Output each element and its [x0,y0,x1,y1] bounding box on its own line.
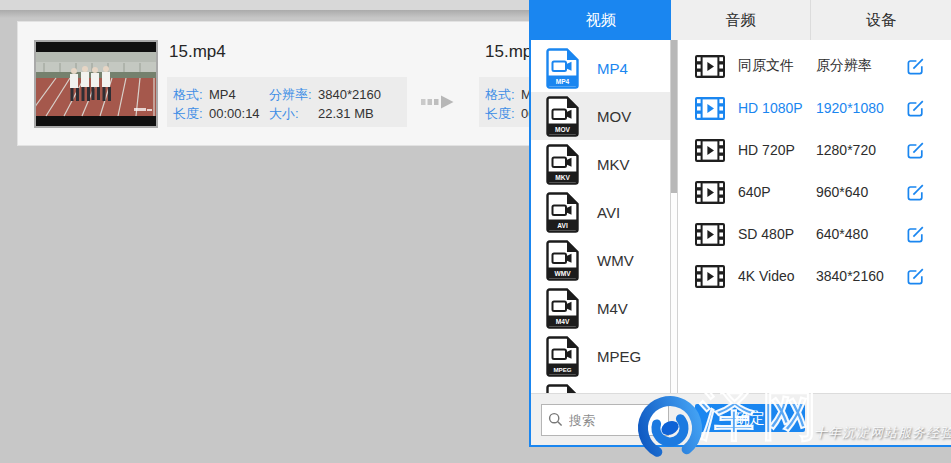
quality-row-720p[interactable]: HD 720P 1280*720 [678,129,951,171]
quality-name: 同原文件 [738,57,816,75]
edit-icon[interactable] [906,267,925,286]
quality-resolution: 3840*2160 [816,268,906,284]
quality-row-1080p[interactable]: HD 1080P 1920*1080 [678,87,951,129]
format-list-scrollbar[interactable] [670,40,678,393]
source-format-value: MP4 [209,85,269,104]
format-item-mpeg[interactable]: MPEG MPEG [531,332,670,380]
target-format-label: 格式: [485,85,521,104]
source-duration-label: 长度: [173,104,209,123]
quality-resolution: 1920*1080 [816,100,906,116]
quality-name: HD 1080P [738,100,816,116]
tab-audio[interactable]: 音频 [671,0,811,40]
quality-row-640p[interactable]: 640P 960*640 [678,171,951,213]
quality-row-original[interactable]: 同原文件 原分辨率 [678,45,951,87]
source-info-box: 格式: MP4 分辨率: 3840*2160 长度: 00:00:14 大小: … [167,77,407,127]
svg-text:MP4: MP4 [556,77,570,84]
mpeg-file-icon: MPEG [546,336,579,377]
source-resolution-label: 分辨率: [269,85,318,104]
quality-resolution: 1280*720 [816,142,906,158]
quality-name: 640P [738,184,816,200]
source-format-label: 格式: [173,85,209,104]
format-item-label: MP4 [597,60,628,77]
svg-text:MKV: MKV [555,173,570,180]
film-icon [695,265,725,288]
format-item-partial[interactable] [531,380,670,393]
format-item-label: M4V [597,300,628,317]
source-size-value: 22.31 MB [318,104,374,123]
source-duration-value: 00:00:14 [209,104,269,123]
format-item-label: MPEG [597,348,641,365]
convert-arrow-icon [421,92,455,116]
quality-row-4k[interactable]: 4K Video 3840*2160 [678,255,951,297]
format-item-avi[interactable]: AVI AVI [531,188,670,236]
thumbnail-image [36,42,156,126]
svg-text:M4V: M4V [556,317,570,324]
mov-file-icon: MOV [546,96,579,137]
mp4-file-icon: MP4 [546,48,579,89]
avi-file-icon: AVI [546,192,579,233]
wmv-file-icon: WMV [546,240,579,281]
format-list: MP4 MP4 MOV MOV MKV MKV AVI AVI WMV WMV … [531,40,670,393]
target-duration-label: 长度: [485,104,521,123]
m4v-file-icon: M4V [546,288,579,329]
svg-text:WMV: WMV [554,269,571,276]
film-icon [695,55,725,78]
confirm-button[interactable]: 确定 [695,404,805,432]
quality-resolution: 960*640 [816,184,906,200]
mkv-file-icon: MKV [546,144,579,185]
partial-file-icon [546,384,579,394]
format-item-label: MOV [597,108,631,125]
tab-video[interactable]: 视频 [531,0,671,40]
svg-text:MOV: MOV [555,125,571,132]
quality-name: HD 720P [738,142,816,158]
format-item-m4v[interactable]: M4V M4V [531,284,670,332]
format-tab-bar: 视频 音频 设备 [531,0,951,40]
quality-name: 4K Video [738,268,816,284]
quality-resolution: 640*480 [816,226,906,242]
quality-list: 同原文件 原分辨率 HD 1080P 1920*1080 HD 720P 128… [678,40,951,393]
format-item-mp4[interactable]: MP4 MP4 [531,44,670,92]
tab-device[interactable]: 设备 [810,0,951,40]
film-icon [695,139,725,162]
search-input[interactable] [541,404,669,436]
edit-icon[interactable] [906,225,925,244]
quality-name: SD 480P [738,226,816,242]
output-format-popup: 视频 音频 设备 MP4 MP4 MOV MOV MKV MKV AVI AVI… [529,0,951,447]
edit-icon[interactable] [906,57,925,76]
format-item-label: AVI [597,204,620,221]
source-size-label: 大小: [269,104,318,123]
edit-icon[interactable] [906,183,925,202]
format-item-label: WMV [597,252,634,269]
format-item-mov[interactable]: MOV MOV [531,92,670,140]
format-item-wmv[interactable]: WMV WMV [531,236,670,284]
svg-text:MPEG: MPEG [553,365,571,372]
source-file-title: 15.mp4 [169,42,226,62]
format-item-label: MKV [597,156,630,173]
film-icon [695,181,725,204]
scrollbar-thumb[interactable] [671,40,677,193]
video-thumbnail[interactable] [34,40,158,128]
quality-row-480p[interactable]: SD 480P 640*480 [678,213,951,255]
edit-icon[interactable] [906,141,925,160]
format-item-mkv[interactable]: MKV MKV [531,140,670,188]
quality-resolution: 原分辨率 [816,57,906,75]
source-resolution-value: 3840*2160 [318,85,381,104]
film-icon [695,223,725,246]
svg-text:AVI: AVI [557,221,568,228]
popup-footer: 确定 [531,393,951,445]
film-icon [695,97,725,120]
edit-icon[interactable] [906,99,925,118]
